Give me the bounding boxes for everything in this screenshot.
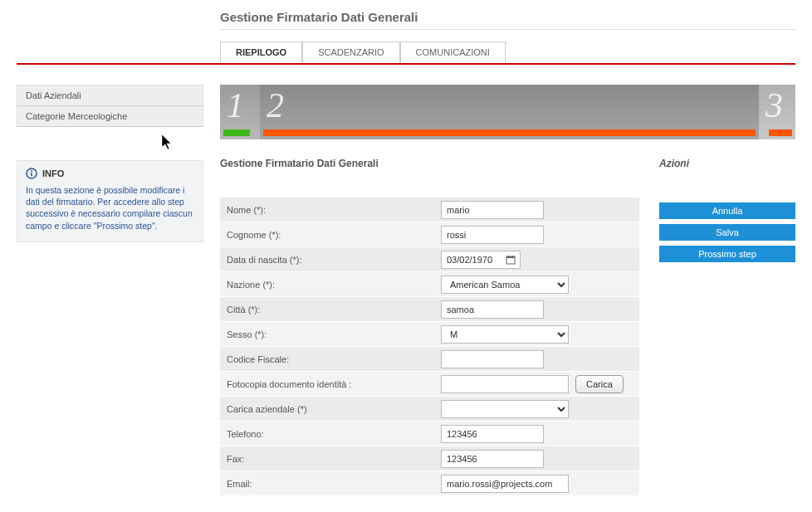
section-title: Gestione Firmatario Dati Generali	[220, 158, 639, 169]
divider	[17, 63, 795, 65]
tabs: RIEPILOGO SCADENZARIO COMUNICAZIONI	[220, 41, 795, 63]
label-fax: Fax:	[220, 449, 436, 469]
nazione-select[interactable]: American Samoa	[441, 276, 569, 294]
telefono-field[interactable]	[441, 425, 544, 443]
stepper: 1 2 3	[220, 85, 795, 139]
label-fotocopia: Fotocopia documento identità :	[220, 374, 436, 394]
info-text: In questa sezione è possibile modificare…	[26, 184, 194, 232]
info-box: INFO In questa sezione è possibile modif…	[17, 160, 203, 242]
label-citta: Città (*):	[220, 300, 436, 319]
step-3: 3	[759, 85, 795, 139]
tab-riepilogo[interactable]: RIEPILOGO	[220, 41, 302, 63]
step-1: 1	[220, 85, 260, 139]
annulla-button[interactable]: Annulla	[659, 202, 795, 219]
tab-scadenzario[interactable]: SCADENZARIO	[302, 41, 399, 63]
sidebar-item-categorie[interactable]: Categorie Merceologiche	[17, 106, 203, 127]
step-2-num: 2	[267, 88, 284, 123]
cognome-field[interactable]	[441, 226, 544, 244]
salva-button[interactable]: Salva	[659, 224, 795, 241]
svg-rect-1	[31, 173, 32, 177]
codice-fiscale-field[interactable]	[441, 350, 544, 368]
actions-title: Azioni	[659, 158, 795, 169]
sesso-select[interactable]: M	[441, 325, 569, 344]
label-nome: Nome (*):	[220, 200, 436, 220]
label-sesso: Sesso (*):	[220, 324, 436, 344]
label-data-nascita: Data di nascita (*):	[220, 250, 436, 270]
info-title: INFO	[42, 168, 64, 178]
calendar-icon[interactable]	[505, 254, 516, 266]
step-3-num: 3	[766, 88, 783, 123]
svg-point-2	[31, 170, 32, 172]
label-codice-fiscale: Codice Fiscale:	[220, 349, 436, 369]
step-2: 2	[260, 85, 759, 139]
fotocopia-field[interactable]	[441, 375, 569, 393]
prossimo-step-button[interactable]: Prossimo step	[659, 246, 795, 262]
nome-field[interactable]	[441, 201, 544, 219]
label-nazione: Nazione (*):	[220, 275, 436, 295]
info-icon	[26, 168, 37, 179]
data-nascita-field[interactable]	[442, 251, 505, 268]
label-email: Email:	[220, 474, 436, 494]
email-field[interactable]	[441, 475, 569, 493]
label-cognome: Cognome (*):	[220, 225, 436, 245]
citta-field[interactable]	[441, 300, 544, 319]
carica-aziendale-select[interactable]	[441, 400, 569, 418]
step-1-num: 1	[227, 88, 244, 123]
sidebar-item-dati-aziendali[interactable]: Dati Aziendali	[17, 85, 203, 106]
label-telefono: Telefono:	[220, 424, 436, 444]
label-carica-aziendale: Carica aziendale (*)	[220, 399, 436, 419]
carica-button[interactable]: Carica	[575, 375, 624, 393]
fax-field[interactable]	[441, 450, 544, 468]
tab-comunicazioni[interactable]: COMUNICAZIONI	[400, 41, 506, 63]
page-title: Gestione Firmatario Dati Generali	[220, 10, 795, 30]
